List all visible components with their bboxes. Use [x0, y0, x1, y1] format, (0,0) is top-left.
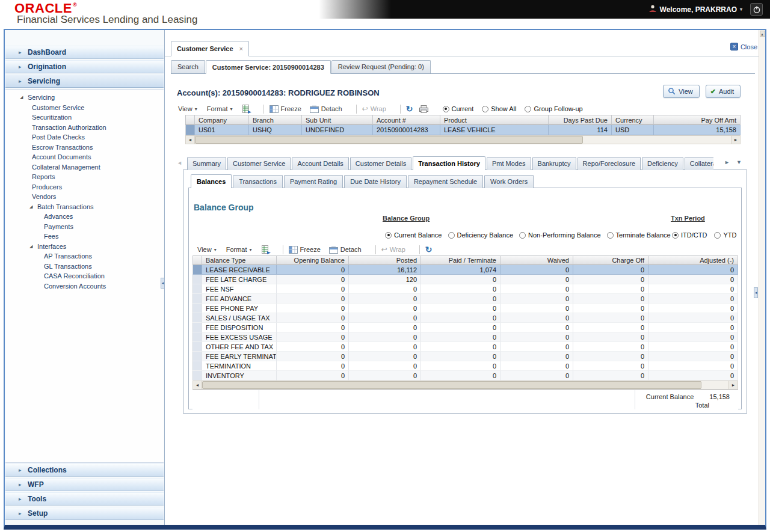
table-row[interactable]: OTHER FEE AND TAX000000: [192, 342, 738, 352]
scroll-up-icon[interactable]: ▲: [760, 31, 765, 37]
column-header-company[interactable]: Company: [195, 115, 249, 125]
balance-group-option-deficiency-balance[interactable]: Deficiency Balance: [448, 231, 514, 239]
detach-button[interactable]: Detach: [329, 246, 362, 254]
tree-item-advances[interactable]: Advances: [5, 212, 164, 222]
table-row[interactable]: INVENTORY000000: [192, 371, 738, 381]
column-header-charge-off[interactable]: Charge Off: [573, 255, 648, 265]
wrap-button[interactable]: ↩Wrap: [381, 245, 405, 254]
filter-current[interactable]: Current: [443, 105, 474, 112]
scroll-right-icon[interactable]: ►: [728, 381, 738, 389]
account-tab-bankruptcy[interactable]: Bankruptcy: [532, 157, 576, 170]
tabs-scroll-right-icon[interactable]: ►: [724, 159, 730, 165]
row-selector-cell[interactable]: [192, 371, 202, 381]
tree-item-securitization[interactable]: Securitization: [5, 112, 164, 123]
tree-item-producers[interactable]: Producers: [5, 182, 164, 192]
scrollbar-track[interactable]: [701, 381, 728, 389]
row-selector-cell[interactable]: [192, 342, 202, 352]
detach-button[interactable]: Detach: [310, 105, 342, 113]
table-row[interactable]: FEE PHONE PAY000000: [192, 304, 738, 313]
row-selector-cell[interactable]: [192, 313, 202, 323]
view-menu[interactable]: View▾: [197, 246, 217, 253]
view-menu[interactable]: View▾: [178, 105, 197, 112]
scrollbar-track[interactable]: [583, 136, 731, 144]
sidebar-section-wfp[interactable]: ▸WFP: [5, 478, 164, 491]
format-menu[interactable]: Format▾: [226, 246, 252, 253]
balance-group-option-current-balance[interactable]: Current Balance: [385, 231, 442, 239]
row-selector-cell[interactable]: [192, 352, 202, 361]
tree-item-account-documents[interactable]: Account Documents: [5, 152, 164, 162]
column-header-adjusted[interactable]: Adjusted (-): [648, 255, 738, 265]
txn-tab-repayment-schedule[interactable]: Repayment Schedule: [408, 175, 483, 188]
balance-table-hscrollbar[interactable]: ◄ ►: [192, 381, 738, 390]
refresh-icon[interactable]: ↻: [425, 245, 433, 254]
column-header-branch[interactable]: Branch: [249, 115, 302, 125]
sidebar-section-tools[interactable]: ▸Tools: [5, 492, 164, 506]
freeze-button[interactable]: Freeze: [270, 105, 301, 113]
tree-item-servicing[interactable]: ◢Servicing: [5, 93, 164, 103]
sidebar-section-setup[interactable]: ▸Setup: [5, 507, 164, 520]
table-row[interactable]: FEE EXCESS USAGE000000: [192, 332, 738, 342]
tree-item-ap-transactions[interactable]: AP Transactions: [5, 251, 164, 261]
tab-close-icon[interactable]: ×: [239, 45, 243, 52]
account-tab-transaction-history[interactable]: Transaction History: [413, 156, 485, 170]
table-row[interactable]: TERMINATION000000: [192, 361, 738, 371]
row-selector-cell[interactable]: [192, 332, 202, 342]
row-selector-cell[interactable]: [192, 275, 202, 284]
txn-tab-work-orders[interactable]: Work Orders: [484, 175, 534, 188]
table-row[interactable]: FEE LATE CHARGE01200000: [192, 275, 738, 284]
account-tab-deficiency[interactable]: Deficiency: [642, 157, 683, 170]
balance-group-option-terminate-balance[interactable]: Terminate Balance: [607, 231, 671, 239]
account-tab-customer-service[interactable]: Customer Service: [227, 157, 291, 170]
account-tab-pmt-modes[interactable]: Pmt Modes: [487, 157, 531, 170]
window-tab-customer-service[interactable]: Customer Service ×: [171, 41, 249, 57]
export-to-excel-icon[interactable]: [242, 105, 252, 114]
column-header-waived[interactable]: Waived: [500, 255, 573, 265]
tree-item-collateral-management[interactable]: Collateral Management: [5, 162, 164, 173]
account-tab-account-details[interactable]: Account Details: [292, 157, 348, 170]
print-icon[interactable]: [419, 105, 428, 113]
tree-item-post-date-checks[interactable]: Post Date Checks: [5, 132, 164, 142]
vertical-scrollbar[interactable]: ▲: [759, 30, 765, 525]
tree-item-transaction-authorization[interactable]: Transaction Authorization: [5, 123, 164, 133]
column-header-currency[interactable]: Currency: [612, 115, 654, 125]
freeze-button[interactable]: Freeze: [289, 246, 321, 254]
scrollbar-thumb[interactable]: [195, 136, 583, 144]
scrollbar-thumb[interactable]: [202, 381, 701, 389]
filter-group-follow-up[interactable]: Group Follow-up: [525, 105, 582, 112]
account-table-hscrollbar[interactable]: ◄ ►: [185, 135, 741, 144]
page-tab-customer-service-20150900014283[interactable]: Customer Service: 20150900014283: [206, 60, 331, 74]
logout-power-icon[interactable]: [750, 3, 763, 16]
table-row[interactable]: SALES / USAGE TAX000000: [192, 313, 738, 323]
refresh-icon[interactable]: ↻: [406, 104, 413, 114]
account-tab-customer-details[interactable]: Customer Details: [350, 157, 411, 170]
row-selector-cell[interactable]: [192, 294, 202, 304]
tree-item-fees[interactable]: Fees: [5, 231, 164, 242]
sidebar-collapse-handle[interactable]: ◂: [161, 278, 165, 289]
tree-item-casa-reconciliation[interactable]: CASA Reconciliation: [5, 271, 164, 281]
balance-group-option-non-performing-balance[interactable]: Non-Performing Balance: [519, 231, 600, 239]
row-selector-cell[interactable]: [192, 323, 202, 332]
scroll-left-icon[interactable]: ◄: [193, 381, 202, 389]
tree-item-conversion-accounts[interactable]: Conversion Accounts: [5, 281, 164, 292]
column-header-posted[interactable]: Posted: [349, 255, 421, 265]
welcome-user-menu[interactable]: Welcome, PRAKRRAO ▾: [648, 4, 742, 14]
table-row[interactable]: US01USHQUNDEFINED20150900014283LEASE VEH…: [185, 125, 741, 135]
column-header-product[interactable]: Product: [440, 115, 549, 125]
table-row[interactable]: FEE NSF000000: [192, 284, 738, 294]
row-selector-cell[interactable]: [192, 284, 202, 294]
sidebar-section-origination[interactable]: ▸Origination: [5, 60, 164, 73]
row-selector-cell[interactable]: [192, 304, 202, 313]
column-header-sub-unit[interactable]: Sub Unit: [302, 115, 373, 125]
column-header-opening-balance[interactable]: Opening Balance: [277, 255, 349, 265]
export-to-excel-icon[interactable]: [262, 245, 271, 254]
audit-button[interactable]: ✔ Audit: [706, 85, 741, 98]
txn-tab-due-date-history[interactable]: Due Date History: [344, 175, 407, 188]
column-header-paid-terminate[interactable]: Paid / Terminate: [421, 255, 500, 265]
txn-period-option-ytd[interactable]: YTD: [714, 231, 736, 239]
table-row[interactable]: FEE EARLY TERMINAT...000000: [192, 352, 738, 361]
txn-tab-balances[interactable]: Balances: [191, 174, 232, 188]
txn-tab-transactions[interactable]: Transactions: [233, 175, 283, 188]
tree-item-reports[interactable]: Reports: [5, 172, 164, 182]
tree-item-customer-service[interactable]: Customer Service: [5, 103, 164, 113]
table-row[interactable]: LEASE RECEIVABLE016,1121,074000: [192, 265, 738, 275]
